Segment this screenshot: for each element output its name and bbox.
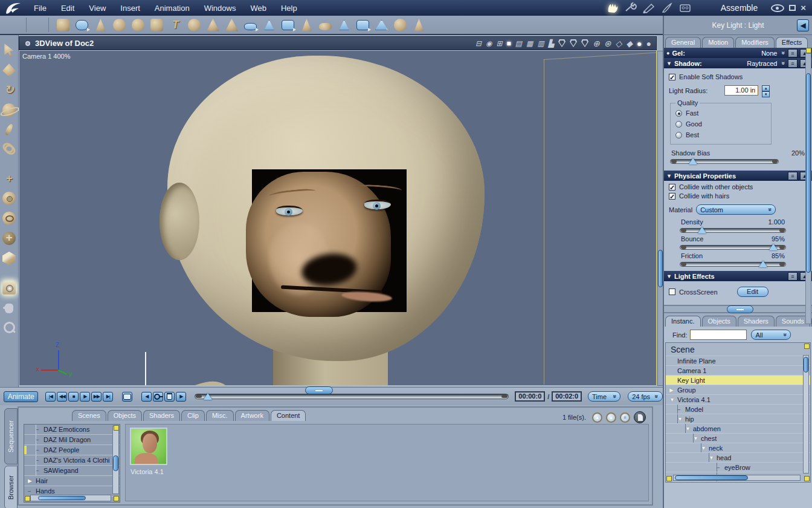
tab-objects[interactable]: Objects — [702, 316, 736, 327]
rotate-manip-icon[interactable] — [2, 192, 16, 205]
collapse-arrow-icon[interactable]: ▼ — [666, 60, 672, 67]
menu-edit[interactable]: Edit — [54, 4, 82, 13]
assemble-hand-icon[interactable] — [606, 2, 619, 13]
menu-view[interactable]: View — [82, 4, 113, 13]
folder-tree-horizontal-scrollbar[interactable] — [30, 495, 111, 501]
slider-thumb[interactable] — [759, 261, 767, 267]
hierarchy-icon[interactable]: ⊟ — [475, 39, 482, 48]
render-preview-button[interactable] — [122, 392, 132, 402]
layout-2pane-icon[interactable]: ▤ — [515, 39, 522, 48]
quality-radio[interactable] — [675, 121, 682, 128]
scene-tree-vertical-scrollbar[interactable] — [803, 355, 809, 474]
flat-sphere-icon[interactable]: ● — [646, 39, 651, 48]
prev-frame-button[interactable]: ◀◀ — [57, 392, 67, 402]
rotate-view-icon[interactable]: ⊛ — [604, 39, 611, 48]
eye-visibility-icon[interactable] — [771, 4, 784, 12]
scene-tree-row[interactable]: – eyeBrow — [666, 463, 810, 472]
layout-L-icon[interactable]: ▙ — [549, 39, 554, 48]
shadow-bias-slider[interactable] — [670, 159, 779, 164]
slider-thumb[interactable] — [689, 158, 697, 164]
scene-tree-row[interactable]: ▼ hip — [666, 414, 810, 424]
scrollbar-thumb[interactable] — [113, 455, 118, 471]
scene-tree-row[interactable]: ▼ abdomen — [666, 424, 810, 434]
view-shield-front-icon[interactable] — [558, 39, 566, 47]
panel-splitter[interactable] — [664, 305, 812, 313]
fire-tool-icon[interactable] — [263, 20, 276, 30]
timeline-slider[interactable] — [195, 394, 509, 399]
production-frame-icon[interactable]: ⊞ — [496, 39, 502, 48]
slider-thumb[interactable] — [769, 244, 778, 250]
btab-shaders[interactable]: Shaders — [143, 410, 180, 421]
scale-manip-icon[interactable] — [2, 212, 16, 225]
rotate-tool-icon[interactable]: ↻ — [2, 83, 16, 97]
prev-keyframe-button[interactable]: ◀ — [141, 392, 152, 402]
shadow-value[interactable]: Raytraced — [747, 60, 777, 67]
light-radius-input[interactable]: 1.00 in — [724, 85, 758, 96]
fps-dropdown[interactable]: 24 fps » — [628, 391, 663, 402]
layout-single-icon[interactable]: ■ — [507, 39, 511, 48]
property-slider[interactable] — [680, 262, 786, 267]
go-end-button[interactable]: ▶| — [103, 392, 113, 402]
quality-radio[interactable] — [675, 110, 682, 117]
move-3d-tool-icon[interactable] — [2, 63, 16, 77]
emitter-tool-icon[interactable] — [375, 20, 388, 30]
ocean-tool-icon[interactable] — [319, 23, 332, 30]
tab-effects[interactable]: Effects — [776, 37, 808, 48]
stop-button[interactable]: ■ — [68, 392, 79, 402]
btab-artwork[interactable]: Artwork — [235, 410, 269, 421]
find-input[interactable] — [690, 330, 747, 340]
cameras-icon[interactable]: ◉ — [486, 39, 492, 48]
scene-tree-row[interactable]: ▼ neck — [666, 443, 810, 453]
folder-row[interactable]: ▶ Hair — [24, 476, 120, 486]
property-slider[interactable] — [680, 228, 786, 233]
scene-tree-row[interactable]: ▼ head — [666, 453, 810, 463]
go-start-button[interactable]: |◀ — [45, 392, 56, 402]
pan-hand-icon[interactable] — [2, 301, 16, 314]
close-icon[interactable]: × — [801, 5, 806, 11]
sphere-tool-icon[interactable] — [76, 20, 88, 30]
solid-cube-icon[interactable]: ◆ — [626, 39, 633, 48]
quality-radio[interactable] — [675, 132, 682, 138]
hair-tool-icon[interactable] — [300, 19, 313, 31]
terrain-tool-icon[interactable] — [207, 19, 219, 31]
save-preset-button[interactable]: ≡ — [788, 59, 798, 68]
save-preset-button[interactable]: ≡ — [788, 172, 798, 180]
link-tool-icon[interactable] — [2, 142, 16, 155]
tab-modifiers[interactable]: Modifiers — [735, 37, 775, 48]
text-tool-icon[interactable]: T — [169, 19, 182, 31]
spline-object-tool-icon[interactable] — [150, 19, 163, 31]
folder-row[interactable]: – DAZ's Victoria 4 Clothi — [24, 455, 120, 466]
vertical-object-tool-icon[interactable] — [94, 19, 107, 31]
current-time-field[interactable]: 00:00:0 — [515, 391, 545, 402]
working-box-icon[interactable] — [2, 252, 16, 265]
menu-windows[interactable]: Windows — [197, 4, 243, 13]
btab-misc[interactable]: Misc. — [206, 410, 234, 421]
tab-browser[interactable]: Browser — [4, 466, 18, 508]
universal-manip-icon[interactable] — [2, 232, 16, 245]
spotlight-tool-icon[interactable] — [338, 20, 350, 30]
fast-forward-button[interactable]: ▶▶ — [91, 392, 102, 402]
eyedropper-tool-icon[interactable] — [4, 123, 14, 135]
viewport-splitter-handle[interactable] — [305, 386, 333, 394]
folder-tree-vertical-scrollbar[interactable] — [112, 426, 119, 494]
btab-objects[interactable]: Objects — [108, 410, 142, 421]
add-keyframe-button[interactable] — [153, 392, 163, 402]
texture-brush-icon[interactable] — [660, 2, 674, 13]
menu-help[interactable]: Help — [274, 4, 304, 13]
render-film-icon[interactable] — [678, 2, 692, 13]
view-shield-top-icon[interactable] — [581, 39, 588, 47]
btab-scenes[interactable]: Scenes — [72, 410, 106, 421]
folder-row[interactable]: – DAZ Mil Dragon — [24, 435, 120, 445]
particles-tool-icon[interactable] — [188, 19, 201, 31]
btab-content[interactable]: Content — [271, 410, 306, 421]
btab-clip[interactable]: Clip — [181, 410, 205, 421]
spray-tool-icon[interactable] — [57, 19, 69, 31]
panel-vertical-scrollbar[interactable] — [805, 53, 811, 324]
scene-tree-row[interactable]: ▼ chest — [666, 434, 810, 443]
translate-manip-icon[interactable]: + — [2, 172, 16, 185]
delete-keyframe-button[interactable] — [164, 392, 175, 402]
collapse-arrow-icon[interactable]: ▼ — [666, 173, 672, 179]
tab-general[interactable]: General — [665, 37, 701, 48]
viewport-titlebar[interactable]: 3DView of Doc2 ⊟◉⊞■▤▦▥▙⊕⊛◇◆●● — [19, 36, 657, 50]
folder-row[interactable]: – DAZ Emoticons — [24, 425, 120, 435]
